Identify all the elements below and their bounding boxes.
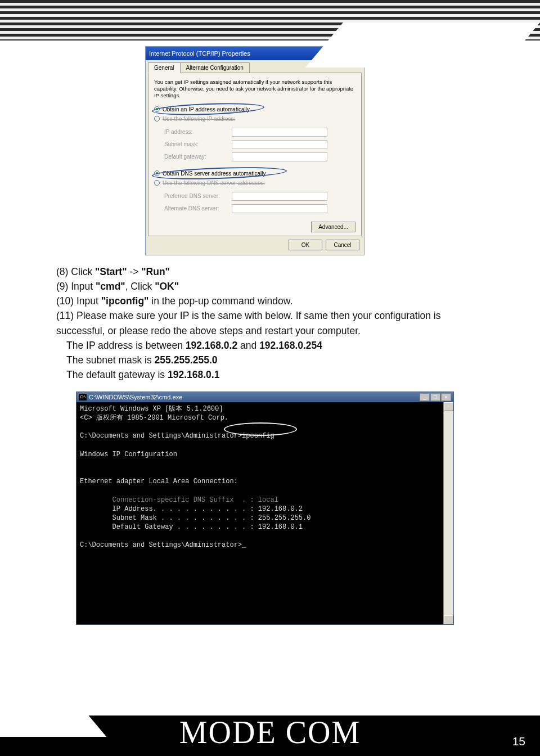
- field-preferred-dns: Preferred DNS server:: [164, 190, 356, 202]
- cmd-icon: C:\: [79, 394, 87, 400]
- cmd-window-screenshot: C:\ C:\WINDOWS\System32\cmd.exe _ □ × Mi…: [76, 392, 454, 625]
- advanced-button[interactable]: Advanced...: [311, 222, 356, 232]
- maximize-button[interactable]: □: [430, 393, 440, 401]
- page-footer: MODE COM 15: [0, 716, 540, 756]
- minimize-button[interactable]: _: [420, 393, 430, 401]
- radio-auto-ip[interactable]: Obtain an IP address automatically: [154, 105, 356, 114]
- tab-general[interactable]: General: [148, 62, 181, 73]
- cmd-output: Microsoft Windows XP [版本 5.1.2600] <C> 版…: [76, 402, 453, 624]
- tab-alternate[interactable]: Alternate Configuration: [180, 62, 250, 73]
- field-ip-address: IP address:: [164, 126, 356, 138]
- tcpip-dialog-screenshot: Internet Protocol (TCP/IP) Properties ? …: [145, 46, 364, 255]
- page-number: 15: [512, 735, 525, 748]
- radio-icon: [154, 170, 160, 176]
- radio-auto-dns[interactable]: Obtain DNS server address automatically: [154, 169, 356, 178]
- ok-button[interactable]: OK: [289, 240, 322, 250]
- radio-icon: [154, 180, 160, 186]
- header-stripes-cut: [305, 22, 540, 68]
- radio-icon: [154, 106, 160, 112]
- radio-manual-ip[interactable]: Use the following IP address:: [154, 114, 356, 124]
- field-subnet-mask: Subnet mask:: [164, 138, 356, 151]
- scroll-up-icon[interactable]: ▲: [444, 402, 453, 411]
- cmd-scrollbar[interactable]: ▲ ▼: [443, 402, 453, 624]
- footer-brand: MODE COM: [0, 714, 540, 750]
- close-button[interactable]: ×: [441, 393, 451, 401]
- cmd-titlebar: C:\ C:\WINDOWS\System32\cmd.exe _ □ ×: [76, 392, 453, 402]
- dialog-description: You can get IP settings assigned automat…: [154, 79, 356, 99]
- radio-icon: [154, 116, 160, 122]
- cancel-button[interactable]: Cancel: [326, 240, 359, 250]
- dialog-title: Internet Protocol (TCP/IP) Properties: [149, 50, 250, 57]
- field-default-gateway: Default gateway:: [164, 151, 356, 163]
- instruction-text: (8) Click "Start" -> "Run" (9) Input "cm…: [56, 264, 484, 382]
- scroll-down-icon[interactable]: ▼: [444, 615, 453, 624]
- radio-manual-dns[interactable]: Use the following DNS server addresses:: [154, 178, 356, 188]
- cmd-title: C:\WINDOWS\System32\cmd.exe: [89, 394, 182, 400]
- field-alternate-dns: Alternate DNS server:: [164, 202, 356, 215]
